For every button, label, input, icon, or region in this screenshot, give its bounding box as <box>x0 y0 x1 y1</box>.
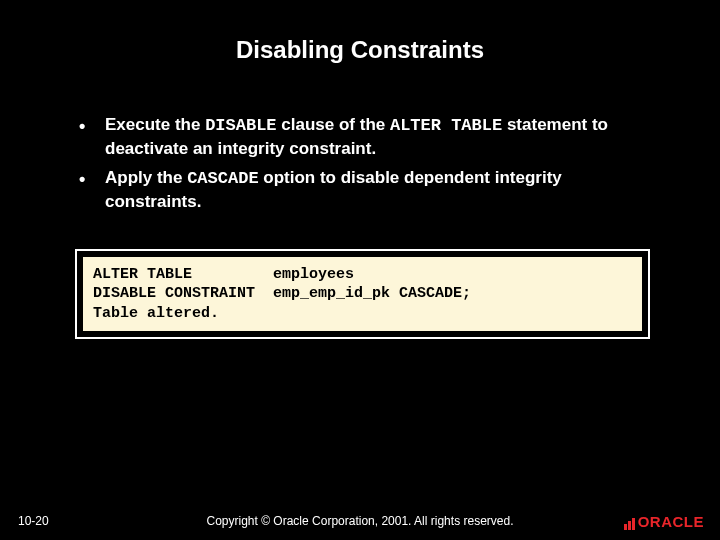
slide-title: Disabling Constraints <box>0 0 720 84</box>
footer: 10-20 Copyright © Oracle Corporation, 20… <box>0 514 720 528</box>
bullet-text: clause of the <box>277 115 390 134</box>
logo-text: ORACLE <box>638 513 704 530</box>
bullet-list: Execute the DISABLE clause of the ALTER … <box>75 114 650 215</box>
slide: Disabling Constraints Execute the DISABL… <box>0 0 720 540</box>
bullet-item: Execute the DISABLE clause of the ALTER … <box>75 114 650 161</box>
code-term: DISABLE <box>205 116 276 135</box>
bullet-item: Apply the CASCADE option to disable depe… <box>75 167 650 215</box>
oracle-logo: ORACLE <box>624 513 704 530</box>
code-block-frame: ALTER TABLE employees DISABLE CONSTRAINT… <box>75 249 650 340</box>
bullet-text: Apply the <box>105 168 187 187</box>
page-number: 10-20 <box>18 514 49 528</box>
code-block: ALTER TABLE employees DISABLE CONSTRAINT… <box>83 257 642 332</box>
code-term: CASCADE <box>187 169 258 188</box>
code-term: ALTER TABLE <box>390 116 502 135</box>
logo-bars-icon <box>624 513 636 530</box>
slide-body: Execute the DISABLE clause of the ALTER … <box>0 84 720 339</box>
bullet-text: Execute the <box>105 115 205 134</box>
copyright-text: Copyright © Oracle Corporation, 2001. Al… <box>0 514 720 528</box>
